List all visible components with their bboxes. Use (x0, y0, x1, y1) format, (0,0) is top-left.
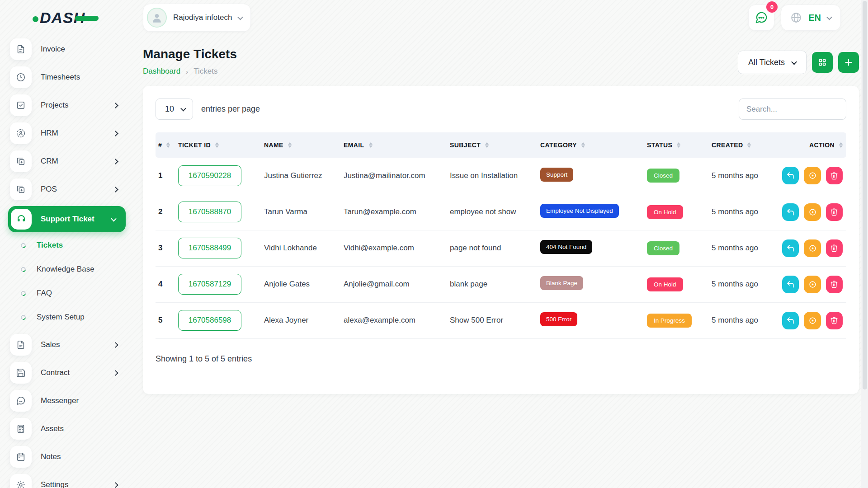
ticket-filter-dropdown[interactable]: All Tickets (738, 51, 807, 74)
chevron-down-icon (791, 59, 797, 65)
bullet-circle-icon (20, 242, 27, 249)
sidebar-item-sales[interactable]: Sales (8, 333, 126, 356)
grid-view-button[interactable] (812, 52, 833, 73)
sort-icon[interactable] (288, 142, 292, 148)
column-header-name[interactable]: NAME (260, 132, 340, 158)
calculator-icon (10, 418, 32, 440)
sidebar-item-timesheets[interactable]: Timesheets (8, 66, 126, 89)
view-button[interactable] (804, 203, 821, 221)
search-input[interactable] (739, 99, 846, 120)
view-button[interactable] (804, 239, 821, 257)
ticket-id-link[interactable]: 1670590228 (178, 165, 241, 186)
column-header-category[interactable]: CATEGORY (537, 132, 643, 158)
delete-button[interactable] (826, 276, 843, 293)
table-row: 3 1670588499 Vidhi Lokhande Vidhi@exampl… (156, 230, 846, 266)
sidebar-item-hrm[interactable]: HRM (8, 122, 126, 145)
status-badge: On Hold (647, 277, 683, 291)
sidebar-item-assets[interactable]: Assets (8, 418, 126, 440)
topbar: DASH Rajodiya infotech 0 E (0, 0, 868, 35)
sidebar-item-pos[interactable]: POS (8, 178, 126, 201)
avatar (147, 8, 167, 28)
headset-icon (11, 209, 32, 230)
sort-icon[interactable] (485, 142, 489, 148)
app-logo[interactable]: DASH (33, 9, 143, 27)
hrm-people-icon (10, 122, 32, 144)
reply-button[interactable] (782, 312, 799, 329)
delete-button[interactable] (826, 239, 843, 257)
column-header-subject[interactable]: SUBJECT (446, 132, 537, 158)
reply-button[interactable] (782, 239, 799, 257)
sort-icon[interactable] (215, 142, 219, 148)
sidebar-subitem-system-setup[interactable]: System Setup (8, 310, 126, 325)
view-button[interactable] (804, 312, 821, 329)
reply-button[interactable] (782, 203, 799, 221)
company-selector[interactable]: Rajodiya infotech (143, 4, 251, 32)
eye-icon (808, 244, 817, 253)
breadcrumb-separator: › (186, 68, 188, 75)
language-selector[interactable]: EN (781, 5, 841, 31)
sort-icon[interactable] (677, 142, 680, 148)
reply-button[interactable] (782, 276, 799, 293)
created-cell: 5 months ago (708, 158, 778, 194)
breadcrumb-dashboard-link[interactable]: Dashboard (143, 67, 180, 76)
sort-icon[interactable] (839, 142, 843, 148)
sidebar-subitem-knowledge-base[interactable]: Knowledge Base (8, 262, 126, 277)
filter-label: All Tickets (748, 58, 785, 67)
sidebar-subitem-tickets[interactable]: Tickets (8, 238, 126, 253)
create-ticket-button[interactable] (838, 52, 859, 73)
page-scrollbar[interactable] (861, 0, 868, 488)
row-actions (782, 167, 843, 184)
sort-icon[interactable] (166, 142, 170, 148)
ticket-id-link[interactable]: 1670588870 (178, 202, 241, 222)
language-code: EN (808, 13, 821, 23)
row-number-cell: 1 (156, 158, 175, 194)
sidebar-item-label: Support Ticket (41, 215, 112, 224)
sidebar-item-projects[interactable]: Projects (8, 94, 126, 117)
column-header-ticket-id[interactable]: TICKET ID (175, 132, 260, 158)
ticket-id-link[interactable]: 1670588499 (178, 238, 241, 258)
sidebar-item-crm[interactable]: CRM (8, 150, 126, 173)
delete-button[interactable] (826, 312, 843, 329)
entries-per-page-select[interactable]: 10 (156, 99, 193, 120)
sidebar-item-invoice[interactable]: Invoice (8, 38, 126, 61)
column-header-created[interactable]: CREATED (708, 132, 778, 158)
view-button[interactable] (804, 167, 821, 184)
trash-icon (830, 208, 838, 216)
sidebar-item-messenger[interactable]: Messenger (8, 389, 126, 412)
reply-icon (786, 171, 795, 180)
delete-button[interactable] (826, 203, 843, 221)
trash-icon (830, 316, 838, 324)
column-header-num[interactable]: # (156, 132, 175, 158)
ticket-id-link[interactable]: 1670587129 (178, 274, 241, 295)
sidebar-item-support-ticket[interactable]: Support Ticket (8, 206, 126, 232)
sort-icon[interactable] (581, 142, 585, 148)
column-header-label: EMAIL (344, 141, 364, 149)
invoice-icon (10, 38, 32, 60)
table-row: 2 1670588870 Tarun Varma Tarun@example.c… (156, 194, 846, 230)
view-button[interactable] (804, 276, 821, 293)
scrollbar-thumb[interactable] (863, 1, 867, 389)
grid-icon (818, 58, 827, 67)
column-header-email[interactable]: EMAIL (340, 132, 446, 158)
sort-icon[interactable] (747, 142, 751, 148)
column-header-status[interactable]: STATUS (643, 132, 708, 158)
delete-button[interactable] (826, 167, 843, 184)
chevron-down-icon (826, 14, 832, 20)
row-number-cell: 5 (156, 302, 175, 338)
sales-file-icon (10, 334, 32, 356)
email-cell: Justina@mailinator.com (340, 158, 446, 194)
sidebar-subitem-faq[interactable]: FAQ (8, 286, 126, 301)
breadcrumb: Dashboard › Tickets (143, 67, 237, 76)
column-header-action[interactable]: ACTION (778, 132, 846, 158)
sidebar-item-settings[interactable]: Settings (8, 474, 126, 488)
ticket-id-link[interactable]: 1670586598 (178, 310, 241, 331)
reply-button[interactable] (782, 167, 799, 184)
messages-button[interactable]: 0 (748, 5, 774, 31)
sidebar-item-contract[interactable]: Contract (8, 361, 126, 384)
column-header-label: STATUS (647, 141, 672, 149)
reply-icon (786, 316, 795, 325)
category-badge: Support (540, 168, 573, 182)
sidebar-item-notes[interactable]: Notes (8, 446, 126, 468)
sort-icon[interactable] (369, 142, 373, 148)
row-actions (782, 276, 843, 293)
